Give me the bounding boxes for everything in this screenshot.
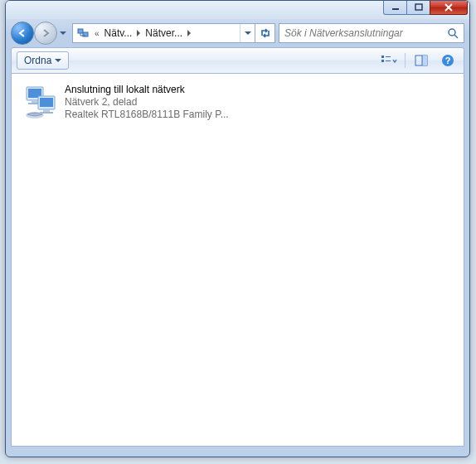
- refresh-button[interactable]: [255, 24, 274, 42]
- svg-text:?: ?: [445, 56, 451, 65]
- svg-rect-1: [415, 4, 422, 10]
- toolbar-separator: [405, 53, 406, 68]
- help-button[interactable]: ?: [437, 51, 459, 70]
- svg-rect-9: [386, 60, 391, 61]
- view-options-button[interactable]: [378, 51, 400, 70]
- svg-rect-21: [40, 98, 53, 107]
- address-dropdown[interactable]: [240, 24, 255, 42]
- breadcrumb-item[interactable]: Nätver...: [143, 27, 184, 39]
- svg-rect-6: [381, 56, 384, 58]
- breadcrumb-chevron-icon[interactable]: [134, 29, 143, 38]
- chevron-down-icon: [55, 59, 61, 62]
- maximize-button[interactable]: [406, 0, 430, 15]
- connection-item-text: Anslutning till lokalt nätverk Nätverk 2…: [65, 84, 229, 121]
- connection-name: Anslutning till lokalt nätverk: [65, 84, 229, 96]
- svg-rect-22: [43, 109, 50, 112]
- command-bar: Ordna ?: [11, 47, 464, 74]
- organize-label: Ordna: [24, 55, 51, 66]
- search-input[interactable]: Sök i Nätverksanslutningar: [279, 23, 464, 43]
- navigation-bar: « Nätv... Nätver... Sök i Nätverksanslut…: [6, 19, 469, 47]
- svg-rect-0: [392, 8, 399, 10]
- preview-pane-button[interactable]: [410, 51, 432, 70]
- titlebar: [6, 1, 469, 19]
- search-icon: [445, 27, 460, 39]
- connection-item[interactable]: Anslutning till lokalt nätverk Nätverk 2…: [20, 80, 236, 124]
- close-button[interactable]: [430, 0, 468, 15]
- connection-device: Realtek RTL8168B/8111B Family P...: [65, 109, 229, 121]
- explorer-window: « Nätv... Nätver... Sök i Nätverksanslut…: [5, 0, 470, 457]
- svg-rect-7: [386, 56, 391, 57]
- window-controls: [384, 0, 468, 15]
- forward-button[interactable]: [34, 22, 57, 45]
- nav-arrows: [11, 22, 69, 45]
- nav-history-dropdown[interactable]: [57, 25, 69, 41]
- network-connections-icon: [75, 25, 91, 41]
- svg-rect-8: [381, 60, 384, 62]
- svg-rect-2: [78, 29, 83, 33]
- address-bar-end: [240, 24, 274, 42]
- svg-rect-11: [422, 56, 427, 65]
- breadcrumb-prefix: «: [91, 29, 103, 38]
- svg-point-4: [449, 29, 455, 36]
- breadcrumb-chevron-icon[interactable]: [184, 29, 194, 38]
- organize-button[interactable]: Ordna: [17, 51, 69, 70]
- network-adapter-icon: [23, 84, 60, 120]
- back-button[interactable]: [11, 22, 34, 45]
- svg-line-5: [454, 35, 458, 38]
- address-bar[interactable]: « Nätv... Nätver...: [72, 23, 275, 43]
- svg-rect-18: [32, 100, 38, 103]
- minimize-button[interactable]: [383, 0, 407, 15]
- content-pane: Anslutning till lokalt nätverk Nätverk 2…: [11, 74, 464, 447]
- search-placeholder: Sök i Nätverksanslutningar: [284, 27, 445, 39]
- connection-status: Nätverk 2, delad: [65, 96, 229, 109]
- breadcrumb-item[interactable]: Nätv...: [103, 27, 134, 39]
